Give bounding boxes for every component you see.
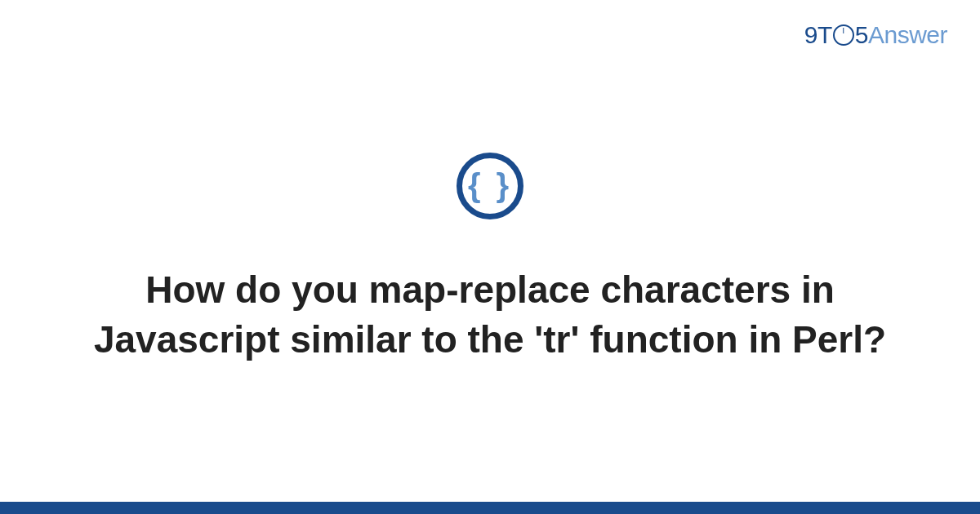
question-title: How do you map-replace characters in Jav… — [82, 265, 898, 364]
main-content: { } How do you map-replace characters in… — [0, 0, 980, 502]
code-braces-icon: { } — [468, 167, 512, 204]
footer-bar — [0, 502, 980, 514]
category-icon-circle: { } — [457, 153, 523, 219]
